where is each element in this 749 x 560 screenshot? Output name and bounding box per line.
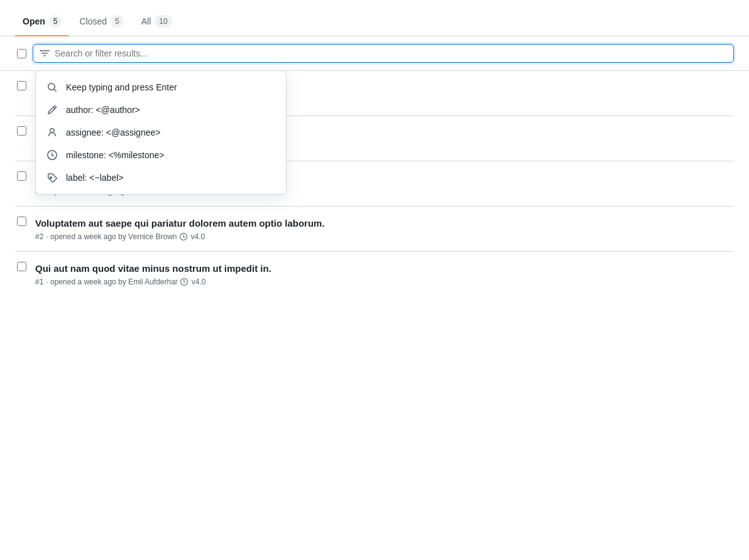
dropdown-label-text: label: <~label> (66, 173, 123, 183)
tab-all[interactable]: All 10 (134, 10, 180, 36)
tab-open-badge: 5 (49, 15, 62, 28)
search-input-wrapper (33, 44, 734, 63)
issue-title-text: Qui aut nam quod vitae minus nostrum ut … (35, 263, 271, 274)
search-dropdown: Keep typing and press Enter author: <@au… (35, 70, 287, 195)
milestone-badge: v4.0 (180, 232, 205, 241)
milestone-icon (46, 150, 58, 160)
issue-checkbox-col (15, 126, 28, 136)
dropdown-author-text: author: <@author> (66, 105, 140, 115)
select-all-col (15, 49, 28, 58)
issue-title-text: Voluptatem aut saepe qui pariatur dolore… (35, 218, 325, 229)
select-all-checkbox[interactable] (17, 49, 26, 58)
issue-checkbox[interactable] (17, 262, 26, 271)
dropdown-item-milestone[interactable]: milestone: <%milestone> (36, 144, 286, 166)
milestone-text: v4.0 (192, 277, 206, 286)
search-input[interactable] (55, 48, 727, 58)
tab-closed[interactable]: Closed 5 (72, 10, 131, 36)
issue-checkbox-col (15, 217, 28, 226)
issue-number: #1 (35, 277, 43, 286)
table-row: Voluptatem aut saepe qui pariatur dolore… (15, 207, 734, 252)
issue-number: #2 (35, 232, 43, 241)
issue-meta: #2 · opened a week ago by Vernice Brown … (35, 232, 734, 241)
page-container: Open 5 Closed 5 All 10 (0, 0, 749, 296)
issue-checkbox[interactable] (17, 126, 26, 136)
dropdown-assignee-text: assignee: <@assignee> (66, 127, 160, 137)
issue-meta-text: · opened a week ago by Vernice Brown (46, 232, 177, 241)
search-area: Keep typing and press Enter author: <@au… (0, 36, 749, 71)
issue-checkbox-col (15, 81, 28, 90)
tab-closed-label: Closed (79, 16, 107, 26)
issue-title[interactable]: Qui aut nam quod vitae minus nostrum ut … (35, 262, 734, 275)
tab-all-label: All (141, 16, 151, 26)
dropdown-item-keyword[interactable]: Keep typing and press Enter (36, 76, 286, 99)
issue-checkbox-col (15, 262, 28, 271)
tabs-bar: Open 5 Closed 5 All 10 (0, 0, 749, 36)
dropdown-keyword-text: Keep typing and press Enter (66, 82, 177, 92)
dropdown-item-author[interactable]: author: <@author> (36, 99, 286, 121)
tab-all-badge: 10 (155, 15, 172, 28)
tag-icon (46, 173, 58, 183)
issue-meta-text: · opened a week ago by Emil Aufderhar (46, 277, 177, 286)
dropdown-item-label[interactable]: label: <~label> (36, 166, 286, 189)
issue-content: Qui aut nam quod vitae minus nostrum ut … (35, 262, 734, 286)
filter-icon (40, 48, 50, 58)
issue-checkbox[interactable] (17, 217, 26, 226)
issue-content: Voluptatem aut saepe qui pariatur dolore… (35, 217, 734, 241)
issue-checkbox-col (15, 171, 28, 181)
search-icon (46, 82, 58, 92)
milestone-badge: v4.0 (180, 277, 206, 286)
tab-open[interactable]: Open 5 (15, 10, 69, 36)
table-row: Qui aut nam quod vitae minus nostrum ut … (15, 252, 734, 296)
tab-closed-badge: 5 (111, 15, 124, 28)
pencil-icon (46, 105, 58, 115)
dropdown-item-assignee[interactable]: assignee: <@assignee> (36, 121, 286, 144)
issue-title[interactable]: Voluptatem aut saepe qui pariatur dolore… (35, 217, 734, 230)
issue-meta: #1 · opened a week ago by Emil Aufderhar… (35, 277, 734, 286)
person-icon (46, 127, 58, 137)
tab-open-label: Open (23, 16, 45, 26)
milestone-text: v4.0 (191, 232, 205, 241)
issue-checkbox[interactable] (17, 81, 26, 90)
dropdown-milestone-text: milestone: <%milestone> (66, 150, 164, 160)
issue-checkbox[interactable] (17, 171, 26, 181)
